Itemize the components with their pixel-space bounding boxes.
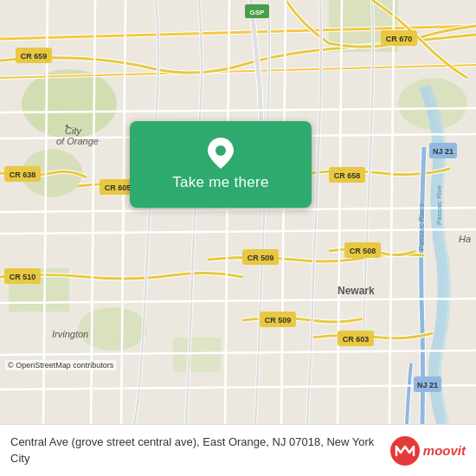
svg-text:CR 659: CR 659 — [21, 52, 48, 61]
svg-text:CR 605: CR 605 — [105, 183, 132, 192]
bottom-bar: Central Ave (grove street central ave), … — [0, 424, 476, 476]
svg-text:CR 603: CR 603 — [343, 335, 370, 344]
moovit-logo-icon — [390, 436, 420, 466]
svg-text:CR 670: CR 670 — [386, 35, 413, 43]
location-pin-icon — [208, 138, 234, 169]
moovit-logo: moovit — [390, 436, 466, 466]
svg-point-60 — [215, 145, 226, 156]
svg-text:CR 509: CR 509 — [248, 254, 274, 262]
svg-text:Ha: Ha — [459, 234, 471, 244]
map-container: CR 659 GSP CR 670 CR 638 CR 605 CR 658 N… — [0, 0, 476, 424]
svg-point-61 — [390, 436, 420, 466]
take-me-there-button[interactable]: Take me there — [130, 121, 312, 208]
svg-text:Newark: Newark — [338, 285, 375, 297]
svg-text:CR 509: CR 509 — [265, 316, 292, 325]
svg-text:CR 658: CR 658 — [334, 171, 361, 180]
svg-text:NJ 21: NJ 21 — [433, 147, 453, 156]
svg-text:Irvington: Irvington — [52, 329, 88, 339]
svg-text:of Orange: of Orange — [56, 136, 99, 146]
svg-text:Passaic River: Passaic River — [417, 203, 426, 251]
svg-text:GSP: GSP — [250, 9, 266, 16]
svg-text:CR 510: CR 510 — [10, 273, 36, 281]
svg-text:CR 638: CR 638 — [10, 170, 36, 179]
svg-text:CR 508: CR 508 — [350, 247, 376, 255]
address-text: Central Ave (grove street central ave), … — [10, 434, 382, 466]
svg-text:●: ● — [65, 122, 69, 130]
svg-text:NJ 21: NJ 21 — [417, 381, 438, 389]
svg-rect-7 — [173, 338, 221, 372]
map-attribution: © OpenStreetMap contributors — [5, 360, 116, 370]
button-label: Take me there — [172, 174, 269, 191]
svg-text:Passaic Rive: Passaic Rive — [435, 184, 443, 225]
moovit-logo-text: moovit — [423, 443, 466, 458]
